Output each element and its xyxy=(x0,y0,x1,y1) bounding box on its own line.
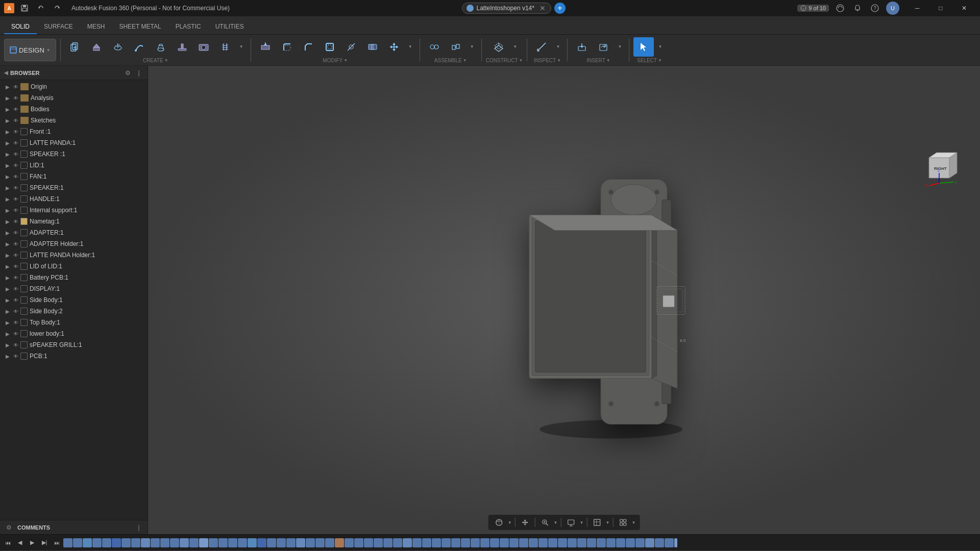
item-visibility-icon[interactable]: 👁 xyxy=(12,319,19,326)
design-button[interactable]: DESIGN ▼ xyxy=(4,39,56,61)
timeline-item[interactable] xyxy=(286,538,296,547)
revolve-button[interactable] xyxy=(108,37,128,57)
item-expand-icon[interactable]: ▶ xyxy=(4,296,11,304)
insert-derive-button[interactable] xyxy=(572,37,592,57)
list-item[interactable]: ▶ 👁 LATTE PANDA Holder:1 xyxy=(0,249,148,261)
timeline-item[interactable] xyxy=(209,538,218,547)
item-expand-icon[interactable]: ▶ xyxy=(4,195,11,203)
list-item[interactable]: ▶ 👁 DISPLAY:1 xyxy=(0,283,148,294)
list-item[interactable]: ▶ 👁 ADAPTER Holder:1 xyxy=(0,238,148,249)
list-item-origin[interactable]: ▶ 👁 Origin xyxy=(0,81,148,92)
assemble-more-button[interactable]: ▼ xyxy=(467,37,477,57)
comments-expand-icon[interactable]: | xyxy=(134,523,143,532)
timeline-item[interactable] xyxy=(63,538,72,547)
item-expand-icon[interactable]: ▶ xyxy=(4,341,11,348)
move-button[interactable] xyxy=(384,37,404,57)
item-checkbox[interactable] xyxy=(20,252,28,259)
item-expand-icon[interactable]: ▶ xyxy=(4,274,11,281)
timeline-item[interactable] xyxy=(121,538,131,547)
timeline-item[interactable] xyxy=(364,538,373,547)
timeline-item[interactable] xyxy=(383,538,393,547)
item-visibility-icon[interactable]: 👁 xyxy=(12,128,19,135)
item-checkbox[interactable] xyxy=(20,341,28,348)
sync-icon[interactable] xyxy=(834,2,846,14)
timeline-item[interactable] xyxy=(577,538,586,547)
item-expand-icon[interactable]: ▶ xyxy=(4,207,11,214)
timeline-item[interactable] xyxy=(529,538,538,547)
timeline-item[interactable] xyxy=(403,538,412,547)
select-more-button[interactable]: ▼ xyxy=(655,37,665,57)
timeline-item[interactable] xyxy=(112,538,121,547)
item-expand-icon[interactable]: ▶ xyxy=(4,218,11,225)
list-item[interactable]: ▶ 👁 Top Body:1 xyxy=(0,317,148,328)
timeline-item[interactable] xyxy=(92,538,102,547)
item-expand-icon[interactable]: ▶ xyxy=(4,106,11,113)
timeline-item[interactable] xyxy=(228,538,237,547)
timeline-item[interactable] xyxy=(519,538,528,547)
item-expand-icon[interactable]: ▶ xyxy=(4,229,11,236)
timeline-item[interactable] xyxy=(257,538,266,547)
create-more-button[interactable]: ▼ xyxy=(236,37,247,57)
list-item[interactable]: ▶ 👁 Side Body:1 xyxy=(0,294,148,306)
timeline-item[interactable] xyxy=(189,538,199,547)
browser-collapse-icon[interactable]: ◀ xyxy=(4,70,8,76)
scale-button[interactable] xyxy=(341,37,361,57)
timeline-item[interactable] xyxy=(393,538,402,547)
rib-button[interactable] xyxy=(172,37,192,57)
timeline-item[interactable] xyxy=(538,538,548,547)
assemble-label[interactable]: ASSEMBLE ▼ xyxy=(434,58,467,63)
list-item[interactable]: ▶ 👁 LID of LID:1 xyxy=(0,261,148,272)
item-expand-icon[interactable]: ▶ xyxy=(4,173,11,180)
timeline-item[interactable] xyxy=(267,538,276,547)
list-item[interactable]: ▶ 👁 ADAPTER:1 xyxy=(0,227,148,238)
modify-label[interactable]: MODIFY ▼ xyxy=(323,58,348,63)
shell-button[interactable] xyxy=(320,37,340,57)
item-expand-icon[interactable]: ▶ xyxy=(4,94,11,102)
timeline-item[interactable] xyxy=(354,538,363,547)
timeline-item[interactable] xyxy=(432,538,441,547)
item-visibility-icon[interactable]: 👁 xyxy=(12,207,19,214)
item-expand-icon[interactable]: ▶ xyxy=(4,117,11,124)
timeline-item[interactable] xyxy=(606,538,616,547)
item-checkbox[interactable] xyxy=(20,184,28,191)
item-visibility-icon[interactable]: 👁 xyxy=(12,229,19,236)
item-expand-icon[interactable]: ▶ xyxy=(4,128,11,135)
combine-button[interactable] xyxy=(362,37,383,57)
item-checkbox[interactable] xyxy=(20,151,28,158)
item-checkbox[interactable] xyxy=(20,139,28,146)
timeline-item[interactable] xyxy=(471,538,480,547)
timeline-item[interactable] xyxy=(102,538,111,547)
item-visibility-icon[interactable]: 👁 xyxy=(12,240,19,247)
grid-dropdown[interactable]: ▼ xyxy=(605,520,609,525)
timeline-item[interactable] xyxy=(248,538,257,547)
timeline-item[interactable] xyxy=(325,538,334,547)
item-checkbox[interactable] xyxy=(20,195,28,203)
tab-close-button[interactable]: ✕ xyxy=(540,4,546,12)
as-built-joint-button[interactable] xyxy=(446,37,466,57)
item-visibility-icon[interactable]: 👁 xyxy=(12,117,19,124)
timeline-item[interactable] xyxy=(151,538,160,547)
item-checkbox[interactable] xyxy=(20,285,28,292)
item-checkbox[interactable] xyxy=(20,319,28,326)
orbit-button[interactable] xyxy=(493,517,506,528)
timeline-item[interactable] xyxy=(180,538,189,547)
timeline-item[interactable] xyxy=(315,538,325,547)
timeline-item[interactable] xyxy=(645,538,654,547)
timeline-item[interactable] xyxy=(500,538,509,547)
select-button[interactable] xyxy=(633,37,654,57)
timeline-item[interactable] xyxy=(296,538,305,547)
item-visibility-icon[interactable]: 👁 xyxy=(12,184,19,191)
item-visibility-icon[interactable]: 👁 xyxy=(12,83,19,90)
item-visibility-icon[interactable]: 👁 xyxy=(12,252,19,259)
timeline-item[interactable] xyxy=(635,538,645,547)
list-item[interactable]: ▶ 👁 Nametag:1 xyxy=(0,216,148,227)
redo-button[interactable] xyxy=(51,2,63,14)
list-item[interactable]: ▶ 👁 HANDLE:1 xyxy=(0,193,148,205)
timeline-item[interactable] xyxy=(451,538,460,547)
item-expand-icon[interactable]: ▶ xyxy=(4,83,11,90)
item-visibility-icon[interactable]: 👁 xyxy=(12,296,19,304)
measure-button[interactable] xyxy=(531,37,552,57)
notification-icon[interactable] xyxy=(851,2,864,14)
item-visibility-icon[interactable]: 👁 xyxy=(12,330,19,337)
timeline-item[interactable] xyxy=(412,538,422,547)
